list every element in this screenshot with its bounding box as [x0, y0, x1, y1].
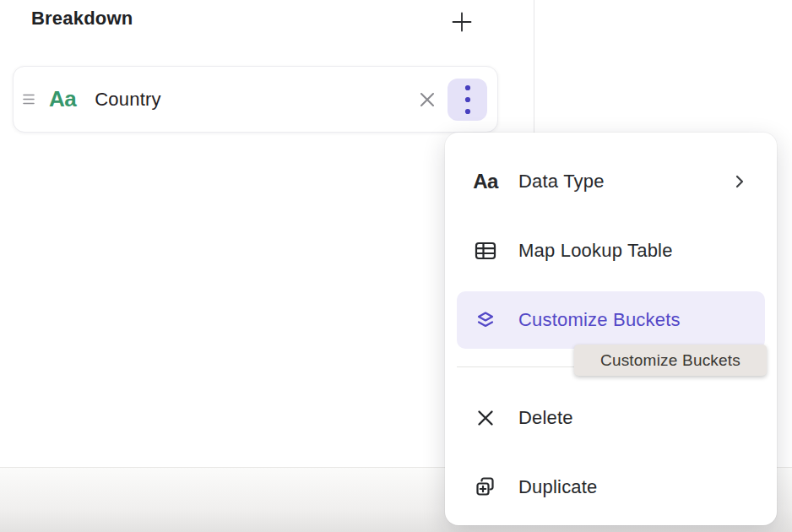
menu-item-map-lookup-table[interactable]: Map Lookup Table: [457, 222, 765, 280]
stack-icon: [473, 309, 498, 331]
chevron-right-icon: [733, 173, 746, 190]
customize-buckets-tooltip: Customize Buckets: [574, 345, 767, 376]
menu-item-label: Duplicate: [518, 476, 598, 498]
field-label: Country: [95, 89, 160, 111]
menu-item-label: Delete: [518, 407, 573, 429]
menu-item-data-type[interactable]: Aa Data Type: [457, 153, 765, 210]
table-icon: [473, 241, 498, 261]
plus-icon: [450, 10, 474, 34]
text-type-icon: Aa: [49, 86, 76, 112]
menu-item-label: Customize Buckets: [518, 309, 681, 331]
x-icon: [473, 409, 498, 427]
breakdown-field-card: Aa Country: [13, 66, 498, 133]
close-icon: [417, 90, 437, 110]
remove-field-button[interactable]: [412, 84, 442, 115]
copy-plus-icon: [473, 476, 498, 498]
page-title: Breakdown: [31, 8, 133, 30]
menu-item-customize-buckets[interactable]: Customize Buckets: [457, 291, 765, 349]
text-type-icon: Aa: [473, 170, 498, 193]
field-menu-button[interactable]: [448, 79, 487, 121]
kebab-icon: [464, 84, 472, 116]
menu-item-delete[interactable]: Delete: [457, 389, 765, 447]
drag-handle-icon[interactable]: [14, 94, 44, 105]
menu-item-label: Data Type: [518, 171, 605, 193]
field-context-menu: Aa Data Type Map Lookup Table: [445, 133, 777, 525]
menu-item-label: Map Lookup Table: [518, 240, 673, 262]
menu-item-duplicate[interactable]: Duplicate: [457, 459, 765, 516]
breakdown-panel: Breakdown Aa Country: [0, 0, 792, 532]
add-breakdown-button[interactable]: [448, 8, 476, 36]
